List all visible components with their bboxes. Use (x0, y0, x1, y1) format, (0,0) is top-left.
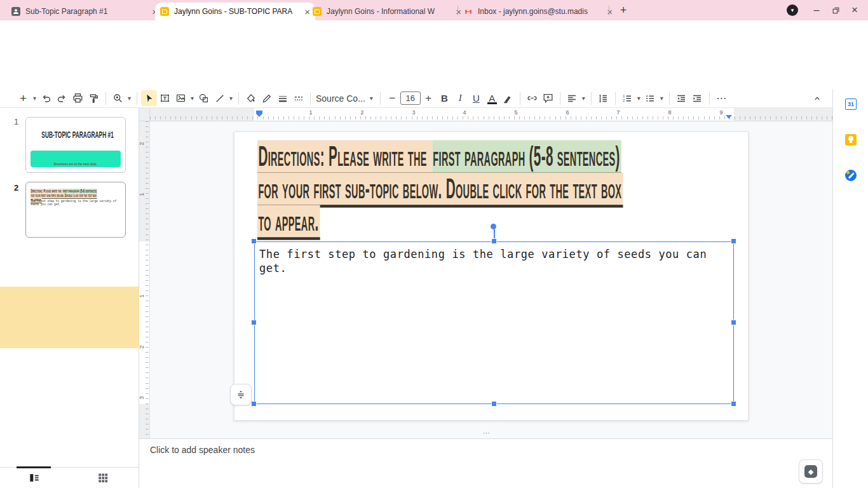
tab-search-button[interactable]: ▾ (787, 4, 798, 16)
browser-url-bar: ← → docs.google.com/presentation/d/1lhld… (0, 20, 868, 43)
text-box-button[interactable] (157, 90, 173, 106)
border-dash-button[interactable] (290, 90, 306, 106)
new-slide-button[interactable]: + (15, 90, 31, 106)
calendar-icon[interactable]: 31 (845, 98, 857, 110)
highlight-color-button[interactable] (500, 90, 516, 106)
browser-tab[interactable]: Inbox - jaylynn.goins@stu.madis × (459, 3, 618, 20)
bulleted-list-button[interactable] (642, 90, 658, 106)
slide-filmstrip: 1 SUB-TOPIC PARAGRAPH #1 Directions are … (0, 108, 139, 467)
insert-image-caret[interactable]: ▾ (189, 90, 196, 106)
line-spacing-button[interactable] (595, 90, 611, 106)
fill-color-button[interactable] (243, 90, 259, 106)
directions-text-line2[interactable]: for your first sub-topic below. Double c… (257, 173, 787, 194)
new-slide-caret[interactable]: ▾ (31, 90, 38, 106)
resize-handle-e[interactable] (731, 320, 736, 325)
speaker-notes-pane[interactable]: Click to add speaker notes (139, 438, 832, 488)
thumb-body-text-wrap: The first step to gardening is the large… (31, 200, 126, 212)
svg-text:2: 2 (623, 98, 625, 102)
speaker-notes-placeholder[interactable]: Click to add speaker notes (150, 445, 255, 455)
notes-resize-handle[interactable]: ⋯ (477, 430, 498, 436)
rotation-handle[interactable] (491, 224, 496, 229)
slide-number: 1 (14, 117, 18, 126)
ruler-number: 3 (139, 396, 145, 399)
resize-handle-w[interactable] (252, 320, 256, 325)
browser-tab-active[interactable]: Jaylynn Goins - SUB-TOPIC PARA × (155, 3, 315, 20)
tab-title: Jaylynn Goins - Informational W (327, 7, 451, 16)
border-weight-button[interactable] (275, 90, 290, 106)
paint-format-button[interactable] (86, 90, 102, 106)
toolbar-separator (310, 92, 311, 105)
print-button[interactable] (70, 90, 86, 106)
text-color-button[interactable]: A (484, 90, 500, 106)
autofit-options-button[interactable] (230, 384, 252, 405)
add-comment-button[interactable] (540, 90, 556, 106)
slide-thumbnail-1[interactable]: SUB-TOPIC PARAGRAPH #1 Directions are on… (25, 117, 126, 173)
directions-text-line1[interactable]: Directions: Please write the first parag… (257, 141, 785, 162)
ruler-number: 1 (309, 109, 312, 116)
toolbar-separator (238, 92, 239, 105)
underline-button[interactable]: U (468, 90, 484, 106)
toolbar-separator (380, 92, 381, 105)
align-caret[interactable]: ▾ (580, 90, 587, 106)
browser-tab[interactable]: Sub-Topic Paragraph #1 × (6, 3, 163, 20)
resize-handle-sw[interactable] (252, 402, 256, 406)
resize-handle-n[interactable] (492, 239, 496, 243)
editor-toolbar: + ▾ ▾ ▾ (0, 89, 832, 108)
decrease-font-size-button[interactable]: − (384, 90, 400, 106)
window-minimize-button[interactable]: – (810, 4, 824, 17)
line-tool-button[interactable] (212, 90, 227, 106)
more-options-button[interactable]: ⋯ (714, 90, 729, 106)
new-tab-button[interactable]: + (616, 4, 630, 17)
increase-font-size-button[interactable]: + (421, 90, 437, 106)
grid-view-button[interactable] (97, 471, 109, 484)
filmstrip-view-button[interactable] (28, 471, 41, 484)
ruler-number: 2 (139, 345, 145, 348)
text-box-content[interactable]: The first step to gardening is the large… (259, 247, 717, 275)
indent-marker-right[interactable] (725, 114, 733, 119)
window-close-button[interactable]: × (848, 4, 862, 17)
numbered-list-caret[interactable]: ▾ (635, 90, 642, 106)
undo-button[interactable] (38, 90, 54, 106)
border-color-button[interactable] (259, 90, 275, 106)
browser-tab[interactable]: Jaylynn Goins - Informational W × (308, 3, 466, 20)
ruler-number: 7 (616, 109, 620, 116)
tasks-icon[interactable] (845, 170, 857, 181)
collapse-menus-button[interactable] (809, 90, 825, 106)
decrease-indent-button[interactable] (674, 90, 689, 106)
align-button[interactable] (564, 90, 580, 106)
numbered-list-button[interactable]: 12 (620, 90, 635, 106)
bulleted-list-caret[interactable]: ▾ (658, 90, 665, 106)
insert-image-button[interactable] (173, 90, 189, 106)
zoom-button[interactable] (110, 90, 126, 106)
insert-link-button[interactable] (524, 90, 540, 106)
resize-handle-se[interactable] (731, 402, 736, 406)
font-family-select[interactable]: Source Co... ▾ (315, 90, 376, 106)
slides-icon (160, 7, 169, 16)
italic-button[interactable]: I (452, 90, 468, 106)
select-tool-button[interactable] (141, 90, 157, 106)
toolbar-separator (669, 92, 670, 105)
toolbar-separator (591, 92, 592, 105)
shape-button[interactable] (196, 90, 212, 106)
indent-marker-left[interactable] (255, 110, 263, 118)
line-tool-caret[interactable]: ▾ (227, 90, 234, 106)
thumb-body-text: The first step to gardening is the large… (31, 200, 123, 207)
redo-button[interactable] (54, 90, 70, 106)
font-family-value: Source Co... (316, 93, 365, 104)
bold-button[interactable]: B (437, 90, 452, 106)
slide-thumbnail-2-selected[interactable]: Directions: Please write the first parag… (25, 182, 126, 238)
keep-icon[interactable] (845, 134, 857, 146)
ruler-number: 9 (719, 109, 722, 116)
resize-handle-s[interactable] (492, 402, 496, 406)
increase-indent-button[interactable] (689, 90, 705, 106)
directions-text-line3[interactable]: to appear. (257, 206, 348, 227)
workspace-side-panel: 31 › (832, 89, 868, 488)
resize-handle-ne[interactable] (731, 239, 736, 243)
window-restore-button[interactable] (829, 4, 843, 17)
explore-button[interactable]: ◆ (799, 459, 823, 484)
zoom-caret[interactable]: ▾ (126, 90, 133, 106)
resize-handle-nw[interactable] (252, 239, 256, 243)
tab-close-icon[interactable]: × (607, 6, 613, 17)
font-size-input[interactable]: 16 (400, 92, 421, 105)
tab-title: Inbox - jaylynn.goins@stu.madis (478, 7, 602, 16)
